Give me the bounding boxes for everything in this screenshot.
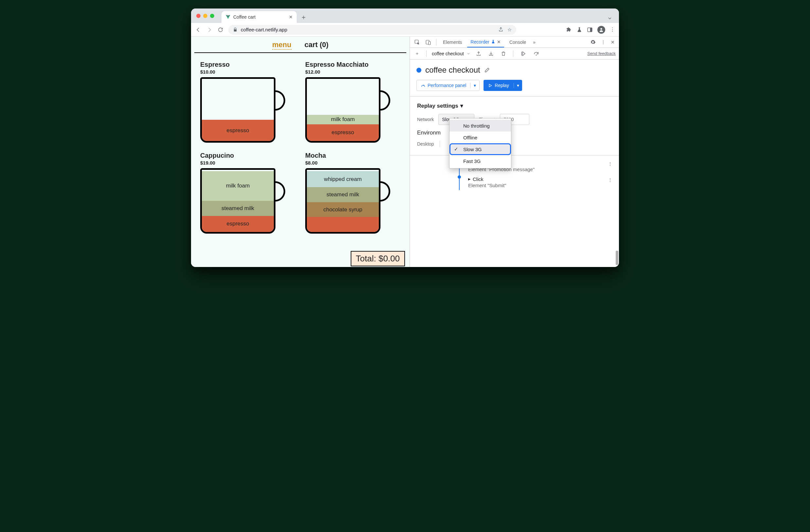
nav-cart-link[interactable]: cart (0) [305,41,328,50]
edit-title-icon[interactable] [484,67,490,73]
tab-strip: Coffee cart ✕ ＋ [191,9,619,23]
step-play-icon[interactable] [519,51,528,57]
performance-dropdown-icon[interactable]: ▾ [470,83,479,88]
layer-espresso: espresso [202,216,274,232]
delete-icon[interactable] [499,51,508,56]
import-icon[interactable] [487,51,495,56]
option-slow-3g[interactable]: ✓ Slow 3G [450,143,511,155]
browser-menu-icon[interactable]: ⋮ [610,27,615,33]
lock-icon [233,28,238,32]
product-name: Cappucino [200,152,295,159]
device-mode-icon[interactable] [424,39,433,45]
window-controls [194,9,217,23]
cart-total[interactable]: Total: $0.00 [351,251,405,266]
tab-elements[interactable]: Elements [440,37,465,47]
tab-title: Coffee cart [233,14,256,20]
step-detail: Element "Submit" [468,182,506,188]
tab-console[interactable]: Console [506,37,529,47]
flask-icon [491,39,495,44]
step-row[interactable]: ▸Click Element "Submit" ⋮ [410,174,619,190]
webpage: menu cart (0) Espresso $10.00 espresso [191,37,409,267]
layer-milk-foam: milk foam [202,171,274,201]
close-tab-icon[interactable]: ✕ [497,39,501,45]
close-window-button[interactable] [196,14,200,18]
recording-title: coffee checkout [425,65,480,75]
close-tab-icon[interactable]: ✕ [289,14,293,20]
reload-button[interactable] [217,27,224,33]
product-macchiato[interactable]: Espresso Macchiato $12.00 milk foam espr… [305,61,401,143]
side-panel-icon[interactable] [587,27,593,33]
replay-settings: Replay settings ▾ Network Slow 3G Timeou… [410,97,619,155]
product-price: $19.00 [200,160,295,165]
nav-menu-link[interactable]: menu [272,41,291,50]
expand-icon[interactable]: ▸ [468,176,471,182]
replay-dropdown-icon[interactable]: ▾ [514,83,522,88]
option-no-throttling[interactable]: No throttling [450,120,511,131]
devtools-panel: Elements Recorder ✕ Console » ⋮ ✕ ＋ [409,37,619,267]
step-over-icon[interactable] [532,51,541,57]
browser-window: Coffee cart ✕ ＋ coffee-cart.netlify.app … [191,9,619,267]
new-recording-icon[interactable]: ＋ [413,51,421,57]
send-feedback-link[interactable]: Send feedback [587,51,616,56]
product-price: $8.00 [305,160,401,165]
step-row[interactable]: ▸Click Element "Promotion message" ⋮ [410,158,619,174]
settings-icon[interactable] [588,39,597,45]
recording-steps: ▸Click Element "Promotion message" ⋮ ▸Cl… [410,155,619,193]
extensions-icon[interactable] [566,27,572,33]
svg-point-6 [536,55,536,55]
recorder-header: coffee checkout Performance panel ▾ [410,60,619,97]
inspect-icon[interactable] [412,39,422,45]
check-icon: ✓ [454,146,458,152]
labs-icon[interactable] [577,27,582,33]
environment-label: Environm [417,130,441,136]
product-mocha[interactable]: Mocha $8.00 whipped cream steamed milk c… [305,152,401,233]
product-cappucino[interactable]: Cappucino $19.00 milk foam steamed milk … [200,152,295,233]
forward-button[interactable] [206,27,213,33]
svg-rect-1 [590,28,592,32]
recorder-toolbar: ＋ coffee checkout Send feedback [410,48,619,60]
play-icon [488,83,492,88]
new-tab-button[interactable]: ＋ [299,12,308,22]
replay-button[interactable]: Replay ▾ [484,80,522,91]
layer-espresso [307,217,379,232]
minimize-window-button[interactable] [203,14,207,18]
export-icon[interactable] [474,51,483,56]
performance-panel-button[interactable]: Performance panel ▾ [417,80,480,91]
vue-favicon-icon [225,14,231,20]
product-name: Espresso [200,61,295,68]
address-bar[interactable]: coffee-cart.netlify.app ☆ [228,25,516,35]
bookmark-icon[interactable]: ☆ [507,27,512,33]
layer-whipped-cream: whipped cream [307,171,379,187]
more-tabs-icon[interactable]: » [531,39,537,45]
back-button[interactable] [195,27,201,33]
chevron-down-icon[interactable] [467,52,470,55]
recording-select[interactable]: coffee checkout [432,51,464,56]
devtools-tabs: Elements Recorder ✕ Console » ⋮ ✕ [410,37,619,48]
product-price: $10.00 [200,69,295,75]
layer-steamed-milk: steamed milk [202,201,274,216]
step-title: Click [473,176,484,182]
profile-avatar[interactable] [597,26,605,34]
scrollbar-thumb[interactable] [616,251,618,265]
browser-tab[interactable]: Coffee cart ✕ [222,11,297,23]
product-name: Espresso Macchiato [305,61,401,68]
gauge-icon [421,83,426,88]
tab-recorder[interactable]: Recorder ✕ [467,37,504,47]
close-devtools-icon[interactable]: ✕ [609,39,616,45]
chevron-down-icon: ▾ [460,102,463,109]
settings-heading[interactable]: Replay settings ▾ [417,102,612,109]
share-icon[interactable] [498,27,503,33]
product-espresso[interactable]: Espresso $10.00 espresso [200,61,295,143]
layer-espresso: espresso [307,124,379,141]
option-fast-3g[interactable]: Fast 3G [450,155,511,167]
step-menu-icon[interactable]: ⋮ [608,161,612,166]
record-indicator-icon [417,68,421,72]
layer-steamed-milk: steamed milk [307,187,379,202]
network-label: Network [417,117,434,122]
option-offline[interactable]: Offline [450,131,511,143]
step-menu-icon[interactable]: ⋮ [608,177,612,182]
maximize-window-button[interactable] [210,14,214,18]
tabs-overflow-icon[interactable] [607,16,612,21]
devtools-menu-icon[interactable]: ⋮ [599,39,607,45]
layer-milk-foam: milk foam [307,115,379,124]
